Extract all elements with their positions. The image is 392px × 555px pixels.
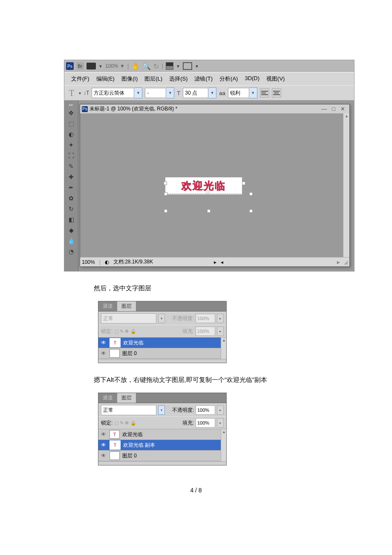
scroll-up-icon[interactable]: ▴ (221, 338, 226, 344)
tab-layers[interactable]: 图层 (117, 301, 136, 311)
scroll-up-icon[interactable]: ▴ (221, 429, 226, 435)
layer-thumbnail[interactable]: T (110, 338, 121, 347)
stamp-tool-icon[interactable]: ✿ (66, 194, 76, 203)
tab-channels[interactable]: 通道 (98, 393, 117, 403)
fill-value[interactable]: 100% (196, 418, 215, 428)
move-tool-icon[interactable]: ✥ (66, 108, 76, 118)
healing-tool-icon[interactable]: ✚ (66, 172, 76, 182)
blend-mode-select[interactable]: 正常 (101, 405, 156, 415)
font-style-input[interactable] (145, 88, 166, 98)
status-zoom[interactable]: 100% (82, 259, 95, 265)
align-left-button[interactable] (260, 88, 269, 98)
font-family-input[interactable] (92, 88, 134, 98)
chevron-down-icon[interactable]: ▼ (208, 87, 216, 98)
bucket-tool-icon[interactable]: ◆ (66, 225, 76, 235)
blur-tool-icon[interactable]: 💧 (66, 236, 76, 246)
layer-name[interactable]: 欢迎光临 (123, 339, 144, 347)
opacity-value[interactable]: 100% (196, 405, 215, 415)
type-tool-icon[interactable]: T (67, 88, 76, 98)
visibility-icon[interactable]: 👁 (100, 350, 107, 356)
crop-tool-icon[interactable]: ⛶ (66, 151, 76, 160)
layer-name[interactable]: 图层 0 (122, 350, 137, 357)
canvas[interactable]: ▴ 欢迎光临 ◇ (80, 113, 349, 257)
wand-tool-icon[interactable]: ✦ (66, 140, 76, 150)
align-center-button[interactable] (272, 88, 281, 98)
arrange-docs-icon[interactable] (166, 62, 173, 70)
menu-analysis[interactable]: 分析(A) (216, 74, 241, 84)
menu-3d[interactable]: 3D(D) (241, 74, 263, 84)
visibility-icon[interactable]: 👁 (100, 340, 107, 346)
layer-row[interactable]: 👁 T 欢迎光临 (98, 338, 221, 348)
tool-preset-dropdown[interactable]: ▾ (79, 91, 81, 95)
layer-name[interactable]: 欢迎光临 (122, 431, 143, 438)
chevron-down-icon[interactable]: ▼ (134, 87, 142, 98)
layer-thumbnail[interactable]: T (110, 430, 120, 439)
scrollbar-vertical[interactable]: ▴ (221, 338, 226, 359)
menu-layer[interactable]: 图层(L) (141, 74, 166, 84)
scrollbar-vertical[interactable]: ▴ (343, 113, 349, 257)
layer-thumbnail[interactable]: T (110, 440, 121, 450)
layer-thumbnail[interactable] (110, 349, 120, 358)
menu-file[interactable]: 文件(F) (68, 74, 93, 84)
fill-arrow-icon[interactable]: ▸ (217, 418, 224, 428)
tab-channels[interactable]: 通道 (98, 301, 117, 311)
layer-row[interactable]: 👁 图层 0 (98, 451, 221, 461)
lasso-tool-icon[interactable]: ◐ (66, 130, 76, 139)
layer-thumbnail[interactable] (110, 451, 120, 460)
resize-grip-icon[interactable]: ◢ (344, 259, 348, 265)
menu-view[interactable]: 视图(V) (263, 74, 288, 84)
scroll-up-icon[interactable]: ▴ (343, 113, 349, 119)
layer-name[interactable]: 欢迎光临 副本 (123, 442, 155, 449)
chevron-down-icon[interactable]: ▼ (176, 64, 180, 69)
visibility-icon[interactable]: 👁 (100, 431, 107, 437)
font-style-select[interactable]: ▼ (145, 87, 174, 98)
history-brush-icon[interactable]: ↻ (66, 204, 76, 214)
menu-filter[interactable]: 滤镜(T) (191, 74, 216, 84)
panel-menu-icon[interactable]: ▾≡ (216, 301, 226, 311)
screen-mode-icon[interactable] (86, 63, 96, 69)
layer-name[interactable]: 图层 0 (122, 452, 137, 460)
lock-icons[interactable]: ▢ ✎ ✥ 🔒 (114, 420, 136, 426)
scrollbar-vertical[interactable]: ▴ (221, 429, 226, 461)
opacity-arrow-icon[interactable]: ▸ (217, 405, 224, 415)
maximize-icon[interactable]: □ (329, 106, 338, 112)
marquee-tool-icon[interactable]: ⬚ (66, 119, 76, 128)
scroll-right-icon[interactable]: ◂ (221, 259, 223, 265)
antialias-input[interactable] (228, 88, 249, 98)
status-info-icon[interactable]: ◐ (105, 259, 109, 265)
visibility-icon[interactable]: 👁 (100, 442, 107, 448)
screen-frame-icon[interactable] (183, 62, 192, 70)
layer-row[interactable]: 👁 图层 0 (98, 348, 221, 359)
pan-icon[interactable]: ✋ (131, 62, 140, 70)
menu-select[interactable]: 选择(S) (166, 74, 191, 84)
panel-menu-icon[interactable]: ▾≡ (216, 393, 226, 403)
text-layer-bounds[interactable]: 欢迎光临 ◇ (165, 177, 255, 207)
scroll-left-icon[interactable]: ▸ (214, 259, 216, 265)
menu-edit[interactable]: 编辑(E) (93, 74, 118, 84)
font-family-select[interactable]: ▼ (92, 87, 142, 98)
bridge-icon[interactable]: Br (76, 62, 84, 70)
chevron-down-icon[interactable]: ▼ (166, 87, 174, 98)
chevron-down-icon[interactable]: ▾ (158, 405, 165, 415)
minimize-icon[interactable]: — (319, 106, 329, 112)
layer-row[interactable]: 👁 T 欢迎光临 副本 (98, 440, 221, 451)
scroll-end-icon[interactable]: ▹ (337, 259, 340, 265)
chevron-down-icon[interactable]: ▼ (249, 87, 257, 98)
zoom-level[interactable]: 100% ▼ (105, 63, 125, 69)
chevron-down-icon[interactable]: ▼ (98, 64, 103, 69)
layer-row[interactable]: 👁 T 欢迎光临 (98, 429, 221, 440)
close-icon[interactable]: ✕ (338, 106, 348, 112)
eraser-tool-icon[interactable]: ◧ (66, 215, 76, 224)
brush-tool-icon[interactable]: ✒ (66, 183, 76, 192)
eyedropper-tool-icon[interactable]: ✎ (66, 162, 76, 171)
text-orientation-icon[interactable]: ↓T (84, 90, 89, 96)
tab-layers[interactable]: 图层 (117, 393, 136, 403)
antialias-select[interactable]: ▼ (228, 87, 257, 98)
visibility-icon[interactable]: 👁 (100, 453, 107, 459)
dodge-tool-icon[interactable]: ◔ (66, 247, 76, 256)
font-size-input[interactable] (183, 88, 208, 98)
zoom-icon[interactable]: 🔍 (142, 62, 151, 70)
rotate-view-icon[interactable]: ↻ (153, 62, 159, 70)
menu-image[interactable]: 图像(I) (118, 74, 141, 84)
chevron-down-icon[interactable]: ▼ (195, 64, 199, 69)
